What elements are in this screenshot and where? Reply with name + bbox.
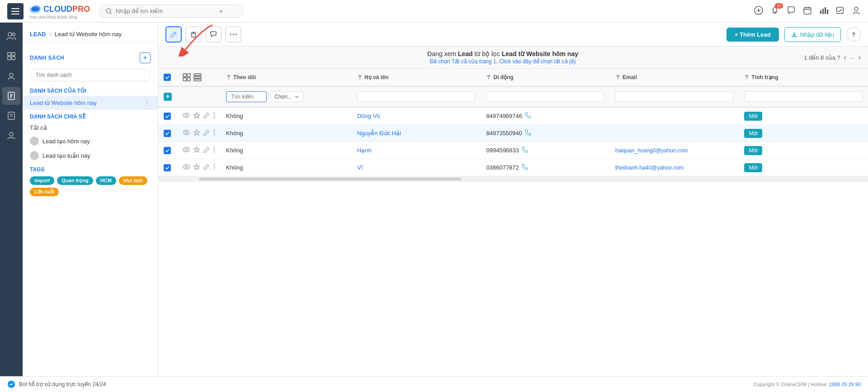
more-actions-button[interactable] [225,26,241,43]
copyright-text: Copyright © OnlineCRM | Hotline: [753,382,827,387]
table-view-icon[interactable] [183,73,191,81]
ho-va-ten-search-input[interactable] [357,91,476,102]
star-icon[interactable] [193,129,200,137]
row-checkbox[interactable] [164,164,171,171]
svg-point-67 [214,117,215,118]
pagination-prev[interactable]: ‹ [844,53,846,61]
edit-button[interactable] [165,26,182,43]
breadcrumb-lead-link[interactable]: LEAD [30,31,46,38]
edit-row-icon[interactable] [203,164,210,171]
chat-button[interactable] [787,6,796,16]
theo-doi-search-input[interactable] [226,91,267,102]
edit-row-icon[interactable] [203,112,210,120]
list-view-icon[interactable] [193,73,202,81]
row-checkbox[interactable] [164,147,171,154]
shared-list-item-today[interactable]: Lead tạo hôm nay [23,134,158,148]
ho-va-ten-cell[interactable]: Dũng Vũ [352,107,481,125]
svg-point-45 [230,34,231,35]
more-row-icon[interactable] [213,112,215,120]
svg-marker-70 [194,130,199,135]
help-button[interactable]: ? [846,27,861,42]
user-profile-button[interactable] [852,6,861,16]
phone-icon[interactable] [525,129,531,137]
hotline-link[interactable]: 1900 29 29 90 [829,382,861,387]
tasks-button[interactable] [835,6,844,16]
phone-number: 0386077872 [486,164,519,171]
phone-icon[interactable] [522,146,528,154]
filter-info-sub[interactable]: Đã chọn Tất cả của trang 1, Click vào đâ… [202,58,804,65]
di-dong-search-input[interactable] [486,91,604,102]
tag-quan-trong[interactable]: Quan trọng [57,176,93,185]
phone-icon[interactable] [522,164,528,171]
ho-va-ten-cell[interactable]: Hạnh [352,142,481,159]
search-input[interactable] [116,8,215,14]
add-list-button[interactable]: + [140,52,151,63]
more-row-icon[interactable] [213,164,215,171]
shared-list-item-all[interactable]: Tất cả [23,122,158,134]
avatar-today [30,137,39,146]
pagination-more[interactable]: ··· [850,54,855,61]
view-icon[interactable] [183,113,190,119]
sidebar-contact-icon[interactable] [2,67,20,85]
tinh-trang-search-input[interactable] [744,91,863,102]
row-checkbox[interactable] [164,113,171,120]
search-list-input[interactable] [30,69,151,81]
sidebar-lead-icon[interactable] [2,87,20,105]
email-search-input[interactable] [615,91,734,102]
hamburger-button[interactable] [7,3,24,19]
add-button[interactable] [754,6,763,16]
delete-button[interactable] [185,26,202,43]
search-bar[interactable] [99,5,244,18]
row-checkbox[interactable] [164,130,171,137]
svg-rect-20 [822,9,824,14]
horizontal-scrollbar[interactable] [158,176,868,182]
star-icon[interactable] [193,112,200,120]
tag-kho-tinh[interactable]: khó tính [119,176,147,185]
add-lead-button[interactable]: + Thêm Lead [726,28,779,42]
chart-button[interactable] [819,6,828,16]
table-row: Không Hạnh 0994596833 haiquan_hoang0@yah… [158,142,868,159]
svg-point-71 [214,130,215,131]
svg-rect-42 [192,33,195,37]
view-icon[interactable] [183,164,190,171]
scrollbar-thumb[interactable] [199,178,461,180]
logo[interactable]: CLOUD PRO Trao chìa khóa thành công [29,3,90,19]
tag-lon-tuoi[interactable]: Lớn tuổi [30,188,59,196]
calendar-button[interactable] [803,6,812,16]
ho-va-ten-cell[interactable]: Vĩ [352,159,481,176]
search-row-upload-icon[interactable] [164,93,172,101]
sidebar-user-icon[interactable] [2,127,20,145]
sidebar-document-icon[interactable] [2,107,20,125]
phone-icon[interactable] [525,112,531,120]
svg-marker-64 [194,113,199,118]
shared-list-item-week[interactable]: Lead tạo tuần này [23,148,158,163]
phone-number: 84974969746 [486,113,522,119]
star-icon[interactable] [193,146,200,154]
svg-point-81 [185,166,188,168]
select-all-checkbox[interactable] [164,74,171,81]
star-icon[interactable] [193,164,200,171]
tag-import[interactable]: import [30,176,54,185]
notifications-button[interactable]: 36 [770,6,779,16]
view-icon[interactable] [183,130,190,137]
sidebar-grid-icon[interactable] [2,47,20,65]
table-row: Không Dũng Vũ 84974969746 Mới [158,107,868,125]
my-list-item[interactable]: Lead từ Website hôm nay ⋮ [23,96,158,110]
more-row-icon[interactable] [213,146,215,154]
my-list-more-icon[interactable]: ⋮ [143,99,151,107]
svg-rect-52 [187,78,190,81]
comment-button[interactable] [205,26,222,43]
pagination-next[interactable]: › [859,53,861,61]
chon-dropdown[interactable]: Chọn... [270,91,303,102]
edit-row-icon[interactable] [203,129,210,137]
import-button[interactable]: Nhập dữ liệu [784,27,841,42]
more-row-icon[interactable] [213,129,215,137]
tag-hcm[interactable]: HCM [96,176,116,185]
view-icon[interactable] [183,147,190,154]
svg-point-74 [183,147,189,152]
svg-point-68 [183,130,189,135]
edit-row-icon[interactable] [203,146,210,154]
ho-va-ten-cell[interactable]: Nguyễn Đức Hải [352,125,481,142]
sidebar-people-icon[interactable] [2,27,20,45]
svg-rect-15 [804,8,811,14]
